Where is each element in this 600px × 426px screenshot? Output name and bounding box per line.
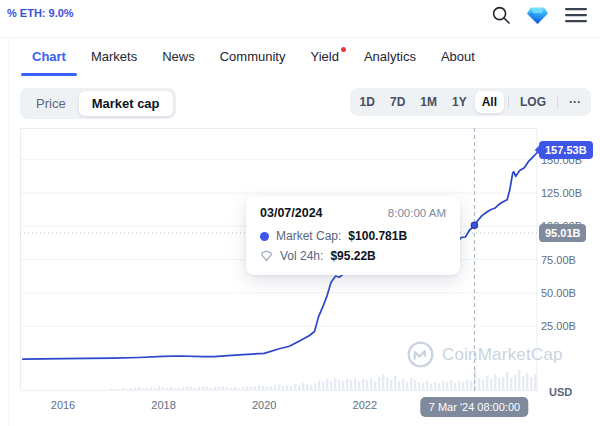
range-button-7d[interactable]: 7D [383, 91, 412, 113]
volume-bar [254, 386, 256, 390]
volume-bar [518, 370, 520, 390]
volume-bar [278, 384, 280, 390]
range-separator [508, 96, 509, 109]
volume-bar [426, 381, 428, 390]
metric-toggle: PriceMarket cap [20, 88, 176, 119]
tab-chart[interactable]: Chart [32, 49, 66, 76]
volume-bar [494, 374, 496, 390]
range-button-1d[interactable]: 1D [353, 91, 382, 113]
volume-bar [462, 382, 464, 390]
volume-bar [306, 384, 308, 390]
volume-bar [490, 379, 492, 390]
coinmarketcap-logo-icon [406, 340, 435, 369]
volume-bar [514, 375, 516, 390]
tab-news[interactable]: News [162, 49, 195, 76]
more-options-button[interactable]: ··· [562, 91, 588, 113]
y-axis-label: 50.00B [541, 287, 576, 299]
section-tabs: ChartMarketsNewsCommunityYieldAnalyticsA… [32, 49, 475, 76]
coinmarketcap-watermark: CoinMarketCap [406, 340, 563, 369]
tooltip-date: 03/07/2024 [260, 206, 323, 220]
log-scale-button[interactable]: LOG [513, 91, 553, 113]
volume-bar [330, 381, 332, 390]
volume-bar [270, 386, 272, 390]
metric-button-market-cap[interactable]: Market cap [79, 91, 173, 116]
volume-bar [530, 377, 532, 390]
volume-bar [274, 385, 276, 390]
volume-bar [482, 380, 484, 390]
volume-bar [526, 373, 528, 390]
volume-bar [510, 378, 512, 390]
volume-bar [298, 385, 300, 390]
volume-bar [130, 388, 132, 390]
tab-community[interactable]: Community [220, 49, 286, 76]
volume-bar [322, 382, 324, 390]
range-button-1m[interactable]: 1M [413, 91, 444, 113]
volume-bar [222, 386, 224, 390]
tab-markets[interactable]: Markets [91, 49, 137, 76]
volume-bar [146, 388, 148, 390]
volume-bar [338, 380, 340, 390]
volume-bar [230, 388, 232, 390]
volume-bar [446, 382, 448, 390]
tab-yield[interactable]: Yield [310, 49, 338, 76]
volume-bar [470, 381, 472, 390]
volume-bar [334, 378, 336, 390]
volume-bar [474, 368, 476, 390]
volume-bar [162, 387, 164, 390]
volume-bar [262, 386, 264, 390]
volume-bar [390, 380, 392, 390]
volume-bar [170, 387, 172, 390]
marketcap-dot-icon [260, 232, 269, 241]
volume-bar [174, 388, 176, 390]
volume-bar [386, 378, 388, 390]
volume-bar [454, 383, 456, 390]
volume-bar [250, 387, 252, 390]
volume-bar [294, 384, 296, 390]
volume-bar [114, 389, 116, 390]
tooltip-time: 8:00:00 AM [388, 207, 446, 219]
volume-bar [422, 383, 424, 390]
volume-bar [418, 382, 420, 390]
volume-bar [150, 387, 152, 390]
volume-bar [342, 381, 344, 390]
tooltip-marketcap-label: Market Cap: [276, 229, 341, 243]
volume-diamond-icon [260, 250, 273, 262]
range-button-1y[interactable]: 1Y [445, 91, 474, 113]
volume-bar [206, 387, 208, 390]
volume-bar [502, 377, 504, 390]
volume-bar [118, 389, 120, 390]
volume-bar [486, 376, 488, 390]
volume-bar [178, 388, 180, 390]
volume-bar [362, 379, 364, 390]
volume-bar [394, 376, 396, 390]
volume-bar [290, 386, 292, 390]
volume-bar [522, 376, 524, 390]
range-button-all[interactable]: All [475, 91, 504, 113]
volume-bar [406, 382, 408, 390]
volume-bar [198, 387, 200, 390]
volume-bar [234, 387, 236, 390]
volume-bar [266, 387, 268, 390]
volume-bar [258, 385, 260, 390]
volume-bar [378, 377, 380, 390]
y-axis-label: 75.00B [541, 254, 576, 266]
x-axis-label: 2016 [51, 399, 75, 411]
volume-bar [370, 378, 372, 390]
volume-bar [186, 386, 188, 390]
tab-about[interactable]: About [441, 49, 475, 76]
eth-dominance-stat: % ETH: 9.0% [7, 7, 74, 19]
diamond-icon[interactable] [526, 5, 549, 26]
volume-bar [318, 381, 320, 390]
volume-bar [110, 389, 112, 390]
metric-button-price[interactable]: Price [23, 91, 79, 116]
tab-analytics[interactable]: Analytics [364, 49, 416, 76]
menu-icon[interactable] [564, 6, 588, 24]
tooltip-marketcap-row: Market Cap: $100.781B [260, 229, 446, 243]
watermark-label: CoinMarketCap [442, 345, 563, 365]
volume-bar [282, 386, 284, 390]
yield-new-badge [341, 47, 346, 52]
volume-bar [314, 383, 316, 390]
topbar-icons [491, 3, 588, 27]
card-left-edge [8, 38, 9, 426]
search-icon[interactable] [491, 5, 511, 25]
